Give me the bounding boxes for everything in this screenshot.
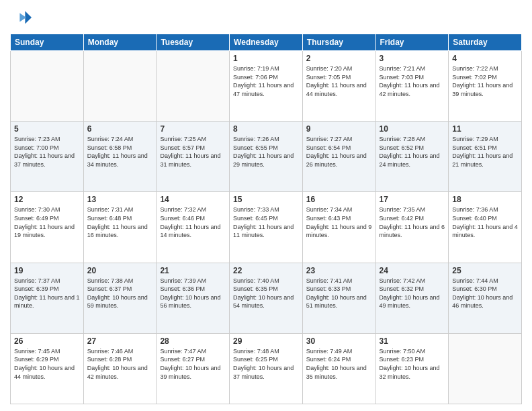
day-info: Sunrise: 7:30 AM Sunset: 6:49 PM Dayligh… [14,205,80,239]
calendar-cell: 8Sunrise: 7:26 AM Sunset: 6:55 PM Daylig… [230,122,303,192]
day-number: 13 [87,195,153,204]
day-number: 25 [452,266,518,275]
day-info: Sunrise: 7:22 AM Sunset: 7:02 PM Dayligh… [452,64,518,98]
day-number: 9 [306,124,372,134]
day-number: 30 [306,336,372,346]
day-info: Sunrise: 7:47 AM Sunset: 6:27 PM Dayligh… [160,347,226,381]
day-number: 3 [380,54,445,63]
day-number: 16 [306,195,372,204]
day-info: Sunrise: 7:31 AM Sunset: 6:48 PM Dayligh… [87,205,153,239]
day-number: 1 [233,54,299,63]
calendar-header-row: SundayMondayTuesdayWednesdayThursdayFrid… [11,34,522,51]
calendar-cell: 5Sunrise: 7:23 AM Sunset: 7:00 PM Daylig… [11,122,84,192]
day-number: 28 [160,336,226,346]
day-info: Sunrise: 7:48 AM Sunset: 6:25 PM Dayligh… [233,347,299,381]
calendar-cell: 10Sunrise: 7:28 AM Sunset: 6:52 PM Dayli… [375,122,449,192]
day-info: Sunrise: 7:44 AM Sunset: 6:30 PM Dayligh… [452,277,518,310]
col-header-sunday: Sunday [11,34,84,51]
col-header-friday: Friday [375,34,449,51]
day-info: Sunrise: 7:38 AM Sunset: 6:37 PM Dayligh… [87,277,153,310]
day-info: Sunrise: 7:34 AM Sunset: 6:43 PM Dayligh… [306,205,372,239]
calendar-cell: 7Sunrise: 7:25 AM Sunset: 6:57 PM Daylig… [157,122,230,192]
day-info: Sunrise: 7:42 AM Sunset: 6:32 PM Dayligh… [380,277,445,310]
day-number: 31 [380,336,445,346]
day-number: 18 [452,195,518,204]
day-info: Sunrise: 7:23 AM Sunset: 7:00 PM Dayligh… [14,135,80,169]
calendar-cell: 4Sunrise: 7:22 AM Sunset: 7:02 PM Daylig… [449,51,522,122]
calendar-cell [11,51,84,122]
calendar-cell: 2Sunrise: 7:20 AM Sunset: 7:05 PM Daylig… [302,51,375,122]
calendar-cell: 29Sunrise: 7:48 AM Sunset: 6:25 PM Dayli… [230,333,303,404]
day-number: 24 [380,266,445,275]
day-number: 5 [14,124,80,134]
calendar-cell: 9Sunrise: 7:27 AM Sunset: 6:54 PM Daylig… [302,122,375,192]
day-info: Sunrise: 7:35 AM Sunset: 6:42 PM Dayligh… [380,205,445,239]
day-number: 27 [87,336,153,346]
day-number: 26 [14,336,80,346]
day-number: 19 [14,266,80,275]
calendar-cell: 14Sunrise: 7:32 AM Sunset: 6:46 PM Dayli… [157,192,230,263]
calendar-cell: 25Sunrise: 7:44 AM Sunset: 6:30 PM Dayli… [449,263,522,333]
day-number: 14 [160,195,226,204]
day-number: 10 [380,124,445,134]
day-number: 7 [160,124,226,134]
logo [10,7,34,28]
calendar-cell: 15Sunrise: 7:33 AM Sunset: 6:45 PM Dayli… [230,192,303,263]
calendar-week-row: 1Sunrise: 7:19 AM Sunset: 7:06 PM Daylig… [11,51,522,122]
calendar-cell [449,333,522,404]
day-number: 12 [14,195,80,204]
calendar-week-row: 19Sunrise: 7:37 AM Sunset: 6:39 PM Dayli… [11,263,522,333]
day-info: Sunrise: 7:46 AM Sunset: 6:28 PM Dayligh… [87,347,153,381]
day-number: 20 [87,266,153,275]
calendar-cell: 18Sunrise: 7:36 AM Sunset: 6:40 PM Dayli… [449,192,522,263]
col-header-thursday: Thursday [302,34,375,51]
day-number: 2 [306,54,372,63]
calendar-cell: 6Sunrise: 7:24 AM Sunset: 6:58 PM Daylig… [83,122,157,192]
day-info: Sunrise: 7:37 AM Sunset: 6:39 PM Dayligh… [14,277,80,310]
col-header-monday: Monday [83,34,157,51]
header [10,7,522,28]
day-info: Sunrise: 7:20 AM Sunset: 7:05 PM Dayligh… [306,64,372,98]
day-info: Sunrise: 7:27 AM Sunset: 6:54 PM Dayligh… [306,135,372,169]
calendar-week-row: 12Sunrise: 7:30 AM Sunset: 6:49 PM Dayli… [11,192,522,263]
calendar-cell: 20Sunrise: 7:38 AM Sunset: 6:37 PM Dayli… [83,263,157,333]
calendar-cell: 26Sunrise: 7:45 AM Sunset: 6:29 PM Dayli… [11,333,84,404]
calendar-cell: 28Sunrise: 7:47 AM Sunset: 6:27 PM Dayli… [157,333,230,404]
day-number: 6 [87,124,153,134]
col-header-tuesday: Tuesday [157,34,230,51]
day-info: Sunrise: 7:49 AM Sunset: 6:24 PM Dayligh… [306,347,372,381]
calendar-cell: 21Sunrise: 7:39 AM Sunset: 6:36 PM Dayli… [157,263,230,333]
day-info: Sunrise: 7:45 AM Sunset: 6:29 PM Dayligh… [14,347,80,381]
calendar-cell [157,51,230,122]
day-info: Sunrise: 7:40 AM Sunset: 6:35 PM Dayligh… [233,277,299,310]
day-info: Sunrise: 7:19 AM Sunset: 7:06 PM Dayligh… [233,64,299,98]
calendar-week-row: 26Sunrise: 7:45 AM Sunset: 6:29 PM Dayli… [11,333,522,404]
calendar-cell: 1Sunrise: 7:19 AM Sunset: 7:06 PM Daylig… [230,51,303,122]
day-number: 22 [233,266,299,275]
day-number: 17 [380,195,445,204]
calendar-cell: 31Sunrise: 7:50 AM Sunset: 6:23 PM Dayli… [375,333,449,404]
calendar-cell: 24Sunrise: 7:42 AM Sunset: 6:32 PM Dayli… [375,263,449,333]
calendar-cell: 17Sunrise: 7:35 AM Sunset: 6:42 PM Dayli… [375,192,449,263]
calendar-cell: 27Sunrise: 7:46 AM Sunset: 6:28 PM Dayli… [83,333,157,404]
day-info: Sunrise: 7:21 AM Sunset: 7:03 PM Dayligh… [380,64,445,98]
day-info: Sunrise: 7:28 AM Sunset: 6:52 PM Dayligh… [380,135,445,169]
page: SundayMondayTuesdayWednesdayThursdayFrid… [0,0,532,411]
day-info: Sunrise: 7:39 AM Sunset: 6:36 PM Dayligh… [160,277,226,310]
day-info: Sunrise: 7:29 AM Sunset: 6:51 PM Dayligh… [452,135,518,169]
calendar-cell: 3Sunrise: 7:21 AM Sunset: 7:03 PM Daylig… [375,51,449,122]
day-number: 29 [233,336,299,346]
day-number: 11 [452,124,518,134]
day-number: 23 [306,266,372,275]
day-info: Sunrise: 7:26 AM Sunset: 6:55 PM Dayligh… [233,135,299,169]
calendar-week-row: 5Sunrise: 7:23 AM Sunset: 7:00 PM Daylig… [11,122,522,192]
day-info: Sunrise: 7:32 AM Sunset: 6:46 PM Dayligh… [160,205,226,239]
logo-icon [10,7,32,28]
col-header-saturday: Saturday [449,34,522,51]
calendar-cell: 22Sunrise: 7:40 AM Sunset: 6:35 PM Dayli… [230,263,303,333]
day-info: Sunrise: 7:33 AM Sunset: 6:45 PM Dayligh… [233,205,299,239]
day-number: 15 [233,195,299,204]
day-info: Sunrise: 7:50 AM Sunset: 6:23 PM Dayligh… [380,347,445,381]
calendar-cell: 23Sunrise: 7:41 AM Sunset: 6:33 PM Dayli… [302,263,375,333]
calendar-cell: 30Sunrise: 7:49 AM Sunset: 6:24 PM Dayli… [302,333,375,404]
